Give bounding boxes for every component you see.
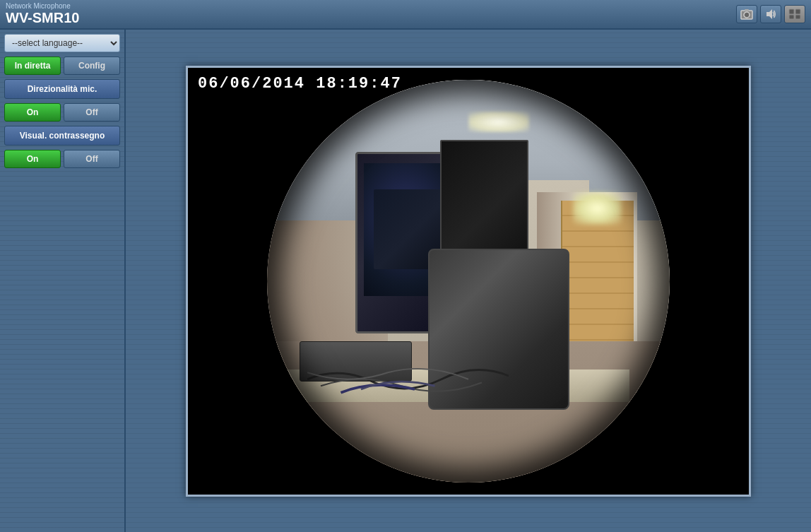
video-frame: 06/06/2014 18:19:47 xyxy=(186,66,751,497)
svg-rect-6 xyxy=(789,15,794,19)
nav-buttons: In diretta Config xyxy=(4,57,120,75)
main-container: --select language-- English Italian Japa… xyxy=(0,30,811,532)
scene-ceiling-light xyxy=(468,112,529,132)
svg-point-1 xyxy=(744,12,750,18)
mic-on-button[interactable]: On xyxy=(4,103,61,122)
header-title: WV-SMR10 xyxy=(6,10,79,26)
header-subtitle: Network Microphone xyxy=(6,2,79,10)
svg-marker-3 xyxy=(766,9,772,19)
scene-cables xyxy=(307,349,509,410)
sidebar: --select language-- English Italian Japa… xyxy=(0,30,126,532)
layout-button[interactable] xyxy=(784,5,805,23)
mic-toggle-buttons: On Off xyxy=(4,103,120,122)
scene-shelves xyxy=(561,201,634,362)
mic-section-label: Direzionalità mic. xyxy=(4,79,120,99)
fisheye-container xyxy=(188,68,749,495)
marker-section-label: Visual. contrassegno xyxy=(4,126,120,146)
header-icons xyxy=(736,5,805,23)
audio-button[interactable] xyxy=(760,5,781,23)
video-timestamp: 06/06/2014 18:19:47 xyxy=(198,75,402,93)
svg-rect-2 xyxy=(745,9,749,11)
header: Network Microphone WV-SMR10 xyxy=(0,0,811,30)
marker-off-button[interactable]: Off xyxy=(64,150,120,168)
header-branding: Network Microphone WV-SMR10 xyxy=(6,2,79,26)
marker-on-button[interactable]: On xyxy=(4,150,61,168)
svg-rect-4 xyxy=(789,9,794,14)
mic-off-button[interactable]: Off xyxy=(64,103,120,122)
svg-rect-7 xyxy=(795,15,800,19)
marker-toggle-buttons: On Off xyxy=(4,150,120,168)
config-button[interactable]: Config xyxy=(64,57,120,75)
fisheye-circle xyxy=(267,80,670,483)
snapshot-button[interactable] xyxy=(736,5,757,23)
content-area: 06/06/2014 18:19:47 xyxy=(126,30,811,532)
live-button[interactable]: In diretta xyxy=(4,57,61,75)
scene-hallway-light xyxy=(573,192,621,225)
language-select[interactable]: --select language-- English Italian Japa… xyxy=(4,34,120,52)
svg-rect-5 xyxy=(795,9,800,14)
